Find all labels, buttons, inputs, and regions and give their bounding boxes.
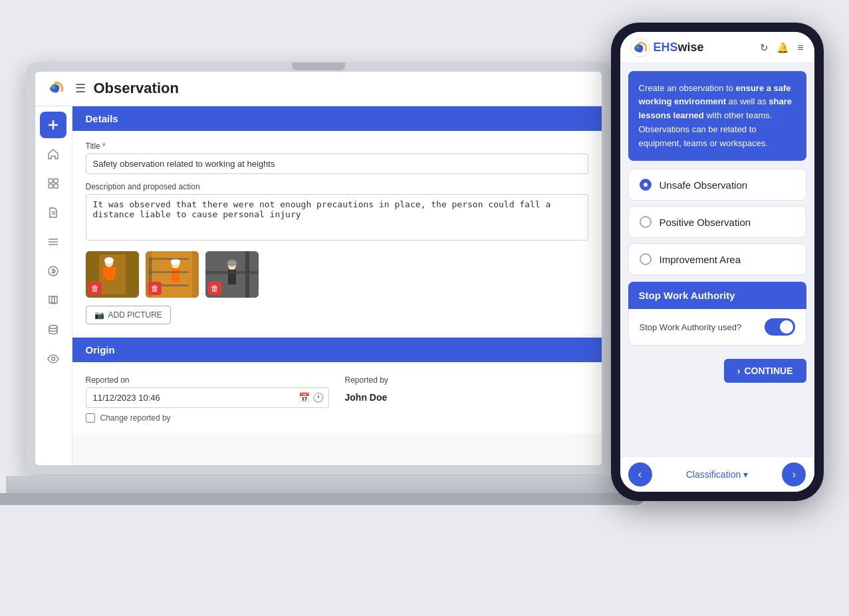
unsafe-observation-radio[interactable] (640, 179, 652, 191)
svg-rect-6 (49, 184, 53, 188)
svg-point-1 (51, 85, 55, 89)
phone-topbar-icons: ↻ 🔔 ≡ (760, 42, 803, 54)
ehswise-logo (46, 78, 67, 99)
svg-point-15 (52, 357, 55, 360)
nav-back-button[interactable]: ‹ (628, 462, 652, 486)
phone: EHSwise ↻ 🔔 ≡ Create an observation to e… (611, 23, 824, 501)
sidebar-item-add[interactable] (40, 112, 66, 138)
improvement-area-radio[interactable] (640, 253, 652, 265)
swa-toggle[interactable] (765, 318, 795, 336)
laptop-notch (292, 62, 345, 70)
positive-observation-label: Positive Observation (660, 217, 751, 228)
improvement-area-option[interactable]: Improvement Area (628, 243, 806, 275)
photo-1: 🗑 (86, 251, 139, 298)
svg-rect-38 (205, 271, 259, 274)
camera-icon: 📷 (94, 310, 104, 320)
observation-type-group: Unsafe Observation Positive Observation … (620, 169, 814, 275)
svg-point-40 (636, 45, 639, 49)
phone-app-name: EHSwise (654, 41, 704, 54)
sidebar-item-reports[interactable] (40, 199, 66, 226)
phone-content: Create an observation to ensure a safe w… (620, 63, 814, 457)
unsafe-observation-label: Unsafe Observation (660, 179, 748, 191)
photo-3-delete[interactable]: 🗑 (208, 282, 221, 295)
sidebar-item-database[interactable] (40, 316, 66, 343)
continue-row: › CONTINUE (620, 351, 814, 388)
svg-rect-7 (54, 184, 58, 188)
reported-on-input[interactable] (86, 387, 329, 408)
svg-point-36 (227, 260, 237, 266)
page-title: Observation (94, 80, 179, 97)
phone-inner: EHSwise ↻ 🔔 ≡ Create an observation to e… (620, 32, 814, 492)
sidebar-item-list[interactable] (40, 229, 66, 255)
origin-fields-row: Reported on 📅 🕐 (86, 375, 588, 408)
svg-rect-37 (245, 251, 249, 298)
sidebar-item-home[interactable] (40, 141, 66, 167)
reported-on-label: Reported on (86, 375, 329, 385)
swa-body: Stop Work Authority used? (628, 309, 806, 346)
svg-rect-29 (149, 258, 189, 260)
photo-1-delete[interactable]: 🗑 (88, 282, 102, 295)
reported-by-label: Reported by (345, 375, 588, 385)
laptop-topbar: ☰ Observation (35, 72, 602, 106)
change-reported-row: Change reported by (86, 413, 588, 423)
origin-section-header: Origin (72, 338, 602, 362)
menu-icon[interactable]: ≡ (797, 42, 803, 54)
details-section-body: Title * Description and proposed action … (72, 131, 602, 335)
laptop-bottom (0, 493, 644, 505)
svg-rect-30 (149, 271, 189, 273)
nav-forward-button[interactable]: › (782, 462, 806, 486)
details-section-header: Details (72, 106, 602, 131)
sidebar-item-book[interactable] (40, 287, 66, 314)
refresh-icon[interactable]: ↻ (760, 42, 769, 54)
unsafe-observation-option[interactable]: Unsafe Observation (628, 169, 806, 201)
description-field-label: Description and proposed action (86, 182, 588, 191)
datetime-icons: 📅 🕐 (299, 392, 324, 403)
photo-2: 🗑 (146, 251, 199, 298)
swa-toggle-label: Stop Work Authority used? (640, 322, 742, 332)
bell-icon[interactable]: 🔔 (777, 42, 789, 54)
sidebar-item-eye[interactable] (40, 346, 66, 372)
sidebar-item-grid[interactable] (40, 170, 66, 197)
sidebar-item-finance[interactable] (40, 258, 66, 284)
improvement-area-label: Improvement Area (660, 254, 741, 265)
photo-2-delete[interactable]: 🗑 (148, 282, 162, 295)
svg-rect-21 (110, 267, 116, 278)
clock-icon[interactable]: 🕐 (312, 392, 324, 403)
reported-on-input-wrap: 📅 🕐 (86, 387, 329, 408)
svg-rect-26 (172, 268, 180, 282)
reported-by-field: Reported by John Doe (345, 375, 588, 408)
description-textarea[interactable]: It was observed that there were not enou… (86, 194, 588, 241)
stop-work-authority-section: Stop Work Authority Stop Work Authority … (628, 282, 806, 346)
phone-logo: EHSwise (631, 39, 704, 57)
nav-classification-label: Classification ▾ (686, 469, 748, 480)
laptop-body: ☰ Observation (26, 62, 611, 474)
photo-3: 🗑 (205, 251, 259, 298)
continue-button[interactable]: › CONTINUE (724, 359, 806, 383)
laptop-main: Details Title * Description and proposed… (72, 106, 602, 465)
title-field-label: Title * (86, 142, 588, 151)
svg-point-14 (49, 325, 57, 328)
laptop-content: Details Title * Description and proposed… (35, 106, 602, 465)
laptop-screen: ☰ Observation (35, 72, 602, 465)
hamburger-icon[interactable]: ☰ (75, 81, 86, 96)
origin-section-body: Reported on 📅 🕐 (72, 362, 602, 433)
svg-rect-20 (103, 267, 108, 278)
info-banner: Create an observation to ensure a safe w… (628, 71, 806, 161)
phone-topbar: EHSwise ↻ 🔔 ≡ (620, 32, 814, 63)
change-reported-checkbox[interactable] (86, 413, 95, 423)
add-picture-button[interactable]: 📷 ADD PICTURE (86, 306, 171, 324)
positive-observation-radio[interactable] (640, 216, 652, 228)
reported-on-field: Reported on 📅 🕐 (86, 375, 329, 408)
title-input[interactable] (86, 154, 588, 174)
nav-dropdown-icon: ▾ (743, 469, 748, 480)
laptop-sidebar (35, 106, 72, 465)
positive-observation-option[interactable]: Positive Observation (628, 206, 806, 238)
chevron-right-icon: › (737, 365, 741, 376)
calendar-icon[interactable]: 📅 (299, 392, 310, 403)
laptop: ☰ Observation (26, 62, 624, 561)
scene: ☰ Observation (26, 23, 824, 594)
photos-row: 🗑 (86, 251, 588, 298)
laptop-base (6, 476, 631, 494)
swa-header: Stop Work Authority (628, 282, 806, 309)
reported-by-value: John Doe (345, 387, 588, 407)
